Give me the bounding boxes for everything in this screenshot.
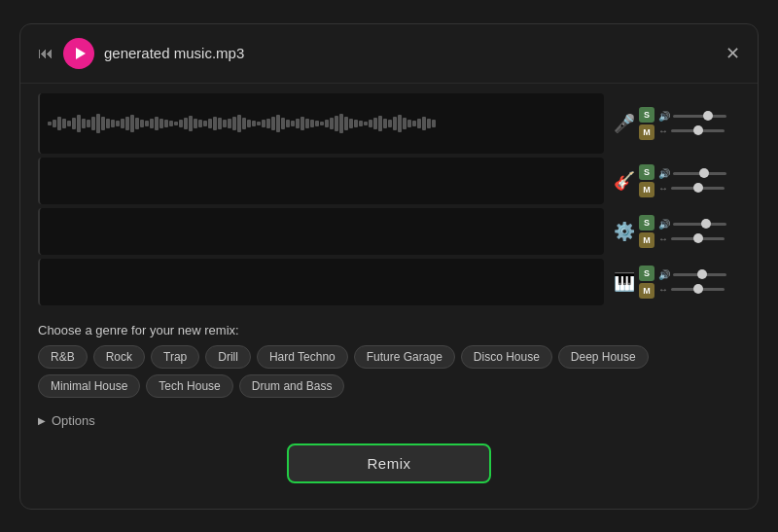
waveform-bar xyxy=(53,120,56,127)
waveform-bar xyxy=(247,120,251,127)
skip-back-icon[interactable]: ⏮ xyxy=(38,45,53,62)
waveform-bar xyxy=(174,122,178,125)
waveform-track-1 xyxy=(38,93,604,154)
waveform-bar xyxy=(145,121,149,126)
controls-area: 🎤 S M 🔊 ↔ 🎸 xyxy=(614,93,740,305)
waveform-bar xyxy=(159,119,163,128)
volume-input-2[interactable] xyxy=(673,172,726,175)
waveform-bar xyxy=(150,119,154,128)
genre-tag-future-garage[interactable]: Future Garage xyxy=(354,345,455,369)
volume-input-4[interactable] xyxy=(673,273,726,276)
pan-input-4[interactable] xyxy=(671,288,725,291)
waveform-bar xyxy=(82,119,86,128)
waveform-bar xyxy=(301,117,304,130)
waveform-bar xyxy=(194,119,197,128)
waveform-bar xyxy=(262,120,265,127)
waveform-bar xyxy=(407,120,411,127)
sliders-3: 🔊 ↔ xyxy=(658,219,726,244)
waveform-bar xyxy=(257,122,261,125)
waveform-bar xyxy=(422,117,426,130)
waveform-bar xyxy=(281,118,285,129)
waveform-bar xyxy=(291,121,295,126)
close-button[interactable]: ✕ xyxy=(725,45,740,62)
waveform-bar xyxy=(125,117,129,130)
pan-slider-3: ↔ xyxy=(658,233,726,244)
waveform-bar xyxy=(228,119,231,128)
pan-icon-3: ↔ xyxy=(658,233,668,244)
waveform-bar xyxy=(383,119,387,128)
waveform-bar xyxy=(286,120,290,127)
pan-input-2[interactable] xyxy=(671,187,725,190)
modal-container: ⏮ generated music.mp3 ✕ 🎤 S M xyxy=(19,23,759,510)
volume-icon-3: 🔊 xyxy=(658,219,670,230)
genre-tag-randb[interactable]: R&B xyxy=(38,345,88,369)
waveform-bar xyxy=(242,118,246,129)
volume-input-1[interactable] xyxy=(673,115,726,118)
track-control-vocals: 🎤 S M 🔊 ↔ xyxy=(614,93,740,154)
genre-label: Choose a genre for your new remix: xyxy=(38,323,740,337)
track-control-keys: 🎹 S M 🔊 ↔ xyxy=(614,259,740,305)
vocals-icon: 🎤 xyxy=(614,113,635,134)
waveform-bar xyxy=(140,120,144,127)
mute-button-4[interactable]: M xyxy=(639,283,654,299)
solo-button-1[interactable]: S xyxy=(639,107,654,123)
sliders-4: 🔊 ↔ xyxy=(658,269,726,295)
waveform-bar xyxy=(373,118,377,129)
volume-icon-2: 🔊 xyxy=(658,168,670,179)
genre-tag-trap[interactable]: Trap xyxy=(151,345,199,369)
waveform-bar xyxy=(62,119,66,128)
genre-tag-tech-house[interactable]: Tech House xyxy=(146,374,232,398)
genre-tag-hard-techno[interactable]: Hard Techno xyxy=(257,345,348,369)
waveform-track-2 xyxy=(38,158,604,204)
waveform-bar xyxy=(232,117,236,130)
waveform-bar xyxy=(198,120,202,127)
pan-icon-2: ↔ xyxy=(658,183,668,194)
waveform-bar xyxy=(325,120,329,127)
genre-tag-drum-and-bass[interactable]: Drum and Bass xyxy=(239,374,345,398)
mute-button-1[interactable]: M xyxy=(639,124,654,140)
waveform-bar xyxy=(344,117,348,130)
waveform-bar xyxy=(184,118,188,129)
track-control-guitar: 🎸 S M 🔊 ↔ xyxy=(614,158,740,204)
waveform-track-4 xyxy=(38,259,604,305)
genre-tag-minimal-house[interactable]: Minimal House xyxy=(38,374,140,398)
genre-tag-drill[interactable]: Drill xyxy=(205,345,251,369)
genre-tag-disco-house[interactable]: Disco House xyxy=(461,345,552,369)
pan-input-1[interactable] xyxy=(671,129,725,132)
genre-tag-rock[interactable]: Rock xyxy=(93,345,145,369)
waveform-bar xyxy=(310,120,314,127)
waveform-bar xyxy=(164,120,168,127)
waveform-bar xyxy=(130,115,134,132)
waveform-bar xyxy=(335,116,338,131)
solo-button-4[interactable]: S xyxy=(639,266,654,281)
waveform-bar xyxy=(359,121,363,126)
waveform-bar xyxy=(427,119,431,128)
track-buttons-2: S M xyxy=(639,164,654,197)
waveform-bar xyxy=(135,118,139,129)
pan-icon-4: ↔ xyxy=(658,284,668,295)
solo-button-3[interactable]: S xyxy=(639,215,654,231)
mute-button-3[interactable]: M xyxy=(639,232,654,248)
pan-slider-4: ↔ xyxy=(658,284,726,295)
waveform-bar xyxy=(155,117,159,130)
remix-button[interactable]: Remix xyxy=(287,443,490,483)
waveform-bar xyxy=(169,121,173,126)
mute-button-2[interactable]: M xyxy=(639,182,654,197)
waveform-bar xyxy=(417,119,421,128)
pan-slider-2: ↔ xyxy=(658,183,726,194)
waveform-bars-1 xyxy=(40,93,604,154)
options-row[interactable]: ▶ Options xyxy=(20,408,758,434)
waveform-bar xyxy=(252,121,256,126)
options-arrow-icon: ▶ xyxy=(38,415,46,426)
volume-input-3[interactable] xyxy=(673,223,726,226)
sliders-1: 🔊 ↔ xyxy=(658,111,726,136)
pan-input-3[interactable] xyxy=(671,237,725,240)
waveform-bar xyxy=(271,117,275,130)
solo-button-2[interactable]: S xyxy=(639,164,654,180)
footer: Remix xyxy=(20,434,758,501)
waveform-bar xyxy=(101,117,105,130)
genre-tag-deep-house[interactable]: Deep House xyxy=(558,345,649,369)
waveform-bar xyxy=(305,119,309,128)
play-button[interactable] xyxy=(63,38,94,69)
track-buttons-1: S M xyxy=(639,107,654,140)
